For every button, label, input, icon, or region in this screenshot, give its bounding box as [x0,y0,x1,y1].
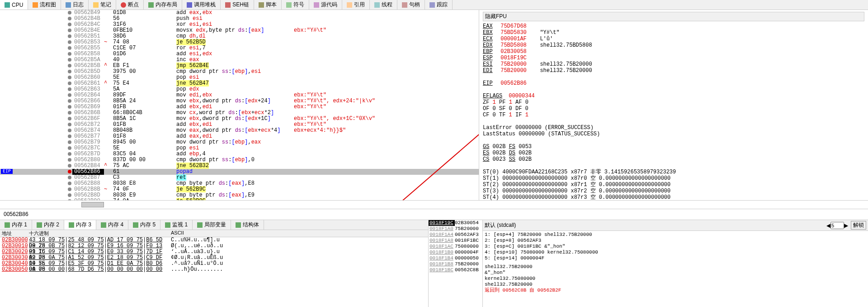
mem-tab[interactable]: 结构体 [231,220,264,230]
breakpoint-dot[interactable] [68,34,71,38]
reg-ESI[interactable]: ESI 75B20000 shell32.75B20000 [483,61,864,67]
call-arg[interactable]: 5: [esp+14] 0000004F [485,255,866,261]
breakpoint-dot[interactable] [68,193,71,197]
breakpoint-dot[interactable] [68,46,71,50]
breakpoint-dot[interactable] [68,76,71,79]
disasm-row[interactable]: 00562B4E0FBE10movsx edx,byte ptr ds:[eax… [0,28,479,34]
tab-引用[interactable]: 引用 [342,0,370,10]
breakpoint-dot[interactable] [68,111,71,115]
tab-跟踪[interactable]: 跟踪 [425,0,453,10]
breakpoint-dot[interactable] [68,158,71,162]
tab-脚本[interactable]: 脚本 [254,0,282,10]
fpu-toggle[interactable]: 隐藏FPU [483,12,864,21]
breakpoint-dot[interactable] [68,52,71,56]
call-arg[interactable]: 4: [esp+10] 75080000 kernel32.75080000 [485,249,866,255]
breakpoint-dot[interactable] [68,187,71,191]
disasm-row[interactable]: 00562B53~74 08je 562B5D [0,39,479,45]
disasm-row[interactable]: 00562B55C1CE 07ror esi,7 [0,45,479,51]
disasm-row[interactable]: 00562B5801D6add esi,edx [0,51,479,57]
breakpoint-dot[interactable] [68,123,71,126]
disasm-row[interactable]: 00562B5A40inc eax [0,57,479,63]
mem-tab[interactable]: 内存 1 [0,220,32,230]
disasm-row[interactable]: 00562B90~74 0Aje 562B9C [0,198,479,200]
tab-符号[interactable]: 符号 [282,0,309,10]
tab-调用堆栈[interactable]: 调用堆栈 [182,0,221,10]
stack-row[interactable]: 0018F1BC00562C8B [429,267,482,273]
arrow-right-icon[interactable]: ▶ [844,222,848,229]
breakpoint-dot[interactable] [68,87,71,91]
tab-SEH链[interactable]: SEH链 [221,0,254,10]
stack-panel[interactable]: 0018F19C02B300540018F1A075B200000018F1A4… [429,220,483,307]
tab-笔记[interactable]: 笔记 [89,0,116,10]
stack-row[interactable]: 0018F1B00000004F [429,249,482,255]
mem-tab[interactable]: 内存 3 [64,220,96,230]
memory-dump-panel[interactable]: 内存 1内存 2内存 3内存 4内存 5监视 1局部变量结构体 地址 十六进制 … [0,220,429,307]
reg-EBP[interactable]: EBP 02B30058 [483,48,864,55]
breakpoint-dot[interactable] [68,70,71,73]
call-arg[interactable]: 3: [esp+C] 0018F1BC &"_hon" [485,244,866,249]
mem-tab[interactable]: 监视 1 [160,220,193,230]
reg-EBX[interactable]: EBX 75BD5830 "Y#\t" [483,29,864,36]
mem-tab[interactable]: 局部变量 [193,220,231,230]
unlock-button[interactable]: 解锁 [851,221,866,230]
tab-内存布局[interactable]: 内存布局 [144,0,182,10]
disasm-row[interactable]: 00562B6F8B5A 1Cmov ebx,dword ptr ds:[edx… [0,116,479,122]
stack-row[interactable]: 0018F1A075B20000 [429,226,482,232]
mem-tab[interactable]: 内存 5 [128,220,160,230]
disasm-row[interactable]: 00562B635Apop edx [0,86,479,92]
breakpoint-dot[interactable] [68,64,71,67]
stack-row[interactable]: 0018F1B400000050 [429,255,482,261]
breakpoint-dot[interactable] [68,11,71,14]
disasm-row[interactable]: 00562B8661popad [0,169,479,175]
disasm-row[interactable]: 00562B668B5A 24mov ebx,dword ptr ds:[edx… [0,98,479,104]
breakpoint-dot[interactable] [68,199,71,200]
disasm-row[interactable]: 00562B80837D 00 00cmp dword ptr ss:[ebp]… [0,157,479,163]
disasm-row[interactable]: 00562B84^75 ACjne 562B32 [0,163,479,169]
disasm-scrollbar[interactable] [0,200,868,209]
breakpoint-dot[interactable] [68,93,71,97]
disasm-row[interactable]: 00562B798945 00mov dword ptr ss:[ebp],ea… [0,139,479,145]
breakpoint-dot[interactable] [68,17,71,20]
tab-源代码[interactable]: 源代码 [309,0,342,10]
mem-tab[interactable]: 内存 4 [96,220,128,230]
breakpoint-dot[interactable] [68,146,71,150]
mem-tab[interactable]: 内存 2 [32,220,64,230]
stack-row[interactable]: 0018F1A80018F1BC [429,238,482,244]
disasm-row[interactable]: 00562B605Epop esi [0,75,479,81]
breakpoint-dot[interactable] [68,82,71,85]
breakpoint-dot[interactable] [68,105,71,109]
disasm-row[interactable]: 00562B61^75 E4jne 562B47 [0,81,479,86]
breakpoint-dot[interactable] [68,29,71,32]
disasm-row[interactable]: 00562B7C5Epop esi [0,145,479,151]
tab-句柄[interactable]: 句柄 [397,0,425,10]
call-arg[interactable]: 2: [esp+8] 00562AF3 [485,238,866,244]
disasm-row[interactable]: 00562B4901D8add eax,ebx [0,10,479,16]
disasm-row[interactable]: 00562B4B56push esi [0,16,479,22]
disasm-row[interactable]: 00562B5138D6cmp dh,dl [0,34,479,39]
disassembly-panel[interactable]: 00562B4901D8add eax,ebx00562B4B56push es… [0,10,479,200]
reg-EDI[interactable]: EDI 75B20000 shell32.75B20000 [483,67,864,74]
reg-ESP[interactable]: ESP 0018F19C [483,55,864,61]
reg-ECX[interactable]: ECX 000001AF L'ů' [483,36,864,42]
disasm-row[interactable]: 00562B748B048Bmov eax,dword ptr ds:[ebx+… [0,128,479,134]
tab-流程图[interactable]: 流程图 [28,0,61,10]
arg-count-input[interactable] [830,222,844,229]
tab-日志[interactable]: 日志 [61,0,89,10]
stack-row[interactable]: 0018F1B875B20000 [429,261,482,267]
breakpoint-dot[interactable] [68,152,71,156]
breakpoint-dot[interactable] [68,182,71,185]
breakpoint-dot[interactable] [68,164,71,168]
breakpoint-dot[interactable] [68,117,71,120]
disasm-row[interactable]: 00562B5D3975 00cmp dword ptr ss:[ebp],es… [0,69,479,75]
callconv-label[interactable]: 默认 (stdcall) [485,221,826,229]
breakpoint-dot[interactable] [68,40,71,44]
stack-row[interactable]: 0018F1A400562AF3 [429,232,482,238]
tab-线程[interactable]: 线程 [370,0,397,10]
tab-CPU[interactable]: CPU [0,0,28,10]
call-arg[interactable]: 1: [esp+4] 75B20000 shell32.75B20000 [485,232,866,238]
breakpoint-dot[interactable] [68,170,71,173]
stack-row[interactable]: 0018F1AC75080000 [429,244,482,249]
reg-EAX[interactable]: EAX 75D67D68 [483,23,864,29]
call-args-panel[interactable]: 默认 (stdcall) ◀ ▶ 解锁 1: [esp+4] 75B20000 … [483,220,868,307]
disasm-row[interactable]: 00562B888038 E8cmp byte ptr ds:[eax],E8 [0,181,479,187]
